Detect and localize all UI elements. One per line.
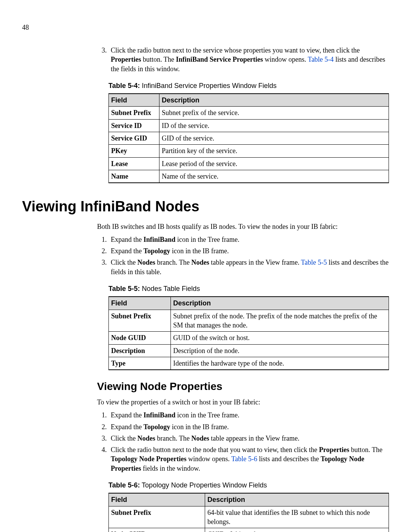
body-text-bold: Nodes <box>137 259 155 266</box>
cross-ref-link[interactable]: Table 5-6 <box>231 455 257 463</box>
caption-text: Topology Node Properties Window Fields <box>140 481 267 489</box>
table-header-row: Field Description <box>109 493 389 506</box>
body-text-bold: InfiniBand Service Properties <box>176 56 263 63</box>
table-cell: PKey <box>109 145 159 157</box>
table-cell: Node GUID <box>109 332 171 344</box>
subsection-body: To view the properties of a switch or ho… <box>97 398 389 532</box>
body-text-bold: Properties <box>111 56 141 63</box>
table-row: Node GUIDGUID of this node. <box>109 528 389 532</box>
table-cell: Subnet prefix of the service. <box>159 107 389 119</box>
table-header-cell: Field <box>109 493 205 506</box>
table-nodes-fields: Field Description Subnet PrefixSubnet pr… <box>108 296 389 370</box>
table-cell: Name of the service. <box>159 170 389 183</box>
table-caption: Table 5-6: Topology Node Properties Wind… <box>108 481 389 490</box>
table-row: Subnet PrefixSubnet prefix of the node. … <box>109 310 389 332</box>
table-cell: Identifies the hardware type of the node… <box>171 357 389 370</box>
table-row: Subnet Prefix64-bit value that identifie… <box>109 506 389 528</box>
body-text-bold: Properties <box>319 446 349 454</box>
table-row: TypeIdentifies the hardware type of the … <box>109 357 389 370</box>
body-text: window opens. <box>263 56 308 63</box>
list-item: Expand the InfiniBand icon in the Tree f… <box>108 235 389 244</box>
body-text: icon in the IB frame. <box>170 247 229 255</box>
table-cell: Subnet Prefix <box>109 107 159 119</box>
list-item: Expand the Topology icon in the IB frame… <box>108 422 389 431</box>
table-cell: Partition key of the service. <box>159 145 389 157</box>
body-text-bold: Topology Node Properties <box>111 455 186 463</box>
body-text: Click the radio button next to the node … <box>111 446 319 454</box>
cross-ref-link[interactable]: Table 5-4 <box>308 56 334 63</box>
step-3-continuation: Click the radio button next to the servi… <box>97 46 389 183</box>
body-text: branch. The <box>155 259 191 266</box>
caption-text: Nodes Table Fields <box>140 285 200 292</box>
body-text: Click the <box>111 259 137 266</box>
table-cell: Subnet Prefix <box>109 506 205 528</box>
caption-text: InfiniBand Service Properties Window Fie… <box>140 82 277 89</box>
table-caption: Table 5-5: Nodes Table Fields <box>108 284 389 293</box>
document-page: 48 Click the radio button next to the se… <box>0 0 411 532</box>
table-header-row: Field Description <box>109 94 389 107</box>
body-text-bold: Topology <box>143 247 170 255</box>
table-cell: GUID of this node. <box>205 528 389 532</box>
table-row: DescriptionDescription of the node. <box>109 344 389 357</box>
list-item: Expand the Topology icon in the IB frame… <box>108 246 389 256</box>
table-cell: Node GUID <box>109 528 205 532</box>
list-item: Click the Nodes branch. The Nodes table … <box>108 434 389 443</box>
table-row: Service IDID of the service. <box>109 119 389 132</box>
table-cell: Service GID <box>109 132 159 145</box>
body-text: Expand the <box>111 247 143 255</box>
body-text: table appears in the View frame. <box>209 259 301 266</box>
table-header-cell: Field <box>109 94 159 107</box>
body-text: button. The <box>141 56 176 63</box>
table-cell: Subnet Prefix <box>109 310 171 332</box>
table-cell: Service ID <box>109 119 159 132</box>
body-text: Expand the <box>111 236 143 243</box>
caption-label: Table 5-6: <box>108 481 140 489</box>
body-text: Expand the <box>111 423 143 431</box>
body-text: icon in the Tree frame. <box>175 236 239 243</box>
table-cell: Description of the node. <box>171 344 389 357</box>
body-text: Click the <box>111 435 137 442</box>
table-header-row: Field Description <box>109 297 389 310</box>
body-text: window opens. <box>186 455 231 463</box>
table-header-cell: Description <box>205 493 389 506</box>
table-cell: GUID of the switch or host. <box>171 332 389 344</box>
section-body: Both IB switches and IB hosts qualify as… <box>97 222 389 371</box>
table-topology-node-properties: Field Description Subnet Prefix64-bit va… <box>108 493 389 532</box>
table-cell: Name <box>109 170 159 183</box>
cross-ref-link[interactable]: Table 5-5 <box>301 259 327 266</box>
body-text: icon in the IB frame. <box>170 423 229 431</box>
section-heading: Viewing InfiniBand Nodes <box>22 197 389 216</box>
table-row: LeaseLease period of the service. <box>109 157 389 170</box>
caption-label: Table 5-4: <box>108 82 140 89</box>
body-text: lists and describes the <box>257 455 320 463</box>
table-row: Node GUIDGUID of the switch or host. <box>109 332 389 344</box>
body-text-bold: Nodes <box>137 435 155 442</box>
table-cell: Type <box>109 357 171 370</box>
table-header-cell: Field <box>109 297 171 310</box>
table-cell: 64-bit value that identifies the IB subn… <box>205 506 389 528</box>
body-text-bold: Nodes <box>191 259 209 266</box>
table-cell: ID of the service. <box>159 119 389 132</box>
caption-label: Table 5-5: <box>108 285 140 292</box>
table-cell: Subnet prefix of the node. The prefix of… <box>171 310 389 332</box>
body-text: Expand the <box>111 411 143 419</box>
table-service-properties: Field Description Subnet PrefixSubnet pr… <box>108 93 389 183</box>
subsection-heading: Viewing Node Properties <box>97 379 389 394</box>
body-text: branch. The <box>155 435 191 442</box>
list-item: Click the radio button next to the servi… <box>108 46 389 73</box>
table-cell: Lease <box>109 157 159 170</box>
body-text: table appears in the View frame. <box>209 435 299 442</box>
body-text: Click the radio button next to the servi… <box>111 46 360 54</box>
body-text-bold: InfiniBand <box>143 236 175 243</box>
table-row: Service GIDGID of the service. <box>109 132 389 145</box>
table-cell: Lease period of the service. <box>159 157 389 170</box>
body-text: Both IB switches and IB hosts qualify as… <box>97 222 389 231</box>
body-text-bold: Topology <box>143 423 170 431</box>
table-row: PKeyPartition key of the service. <box>109 145 389 157</box>
table-row: Subnet PrefixSubnet prefix of the servic… <box>109 107 389 119</box>
body-text: button. The <box>349 446 382 454</box>
table-caption: Table 5-4: InfiniBand Service Properties… <box>108 81 389 90</box>
body-text: To view the properties of a switch or ho… <box>97 398 389 407</box>
table-row: NameName of the service. <box>109 170 389 183</box>
body-text: fields in the window. <box>141 465 200 472</box>
